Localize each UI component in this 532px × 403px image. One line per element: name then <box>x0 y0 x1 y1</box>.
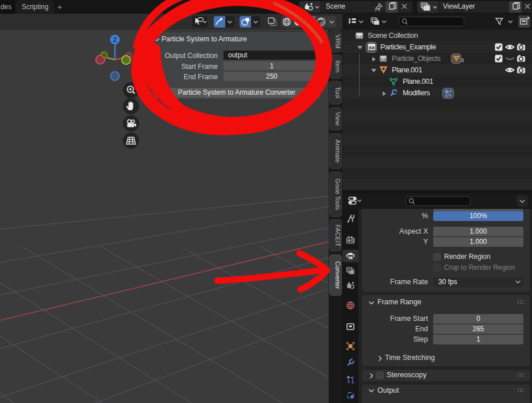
svg-text:Z: Z <box>113 37 117 43</box>
